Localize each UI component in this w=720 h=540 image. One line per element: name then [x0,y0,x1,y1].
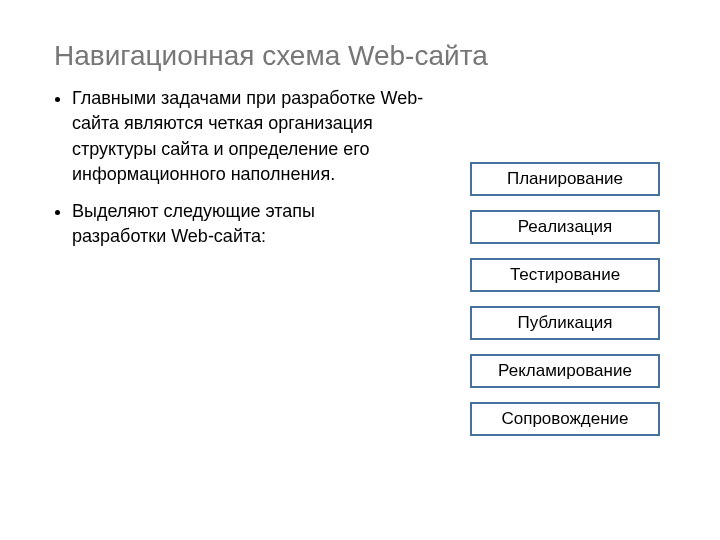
stage-label: Публикация [517,313,612,333]
stage-box-support: Сопровождение [470,402,660,436]
stage-box-planning: Планирование [470,162,660,196]
stage-box-realization: Реализация [470,210,660,244]
bullet-item: Выделяют следующие этапы разработки Web-… [72,199,372,249]
stage-box-publication: Публикация [470,306,660,340]
slide: Навигационная схема Web-сайта Главными з… [0,0,720,540]
stage-label: Рекламирование [498,361,632,381]
stage-label: Сопровождение [501,409,628,429]
stage-box-testing: Тестирование [470,258,660,292]
stages-column: Планирование Реализация Тестирование Пуб… [460,86,670,450]
stage-box-promotion: Рекламирование [470,354,660,388]
stage-label: Реализация [518,217,613,237]
bullet-list: Главными задачами при разработке Web-сай… [50,86,452,249]
slide-title: Навигационная схема Web-сайта [54,40,670,72]
slide-body: Главными задачами при разработке Web-сай… [50,86,670,450]
bullets-column: Главными задачами при разработке Web-сай… [50,86,460,450]
stage-label: Планирование [507,169,623,189]
stage-label: Тестирование [510,265,620,285]
bullet-item: Главными задачами при разработке Web-сай… [72,86,452,187]
